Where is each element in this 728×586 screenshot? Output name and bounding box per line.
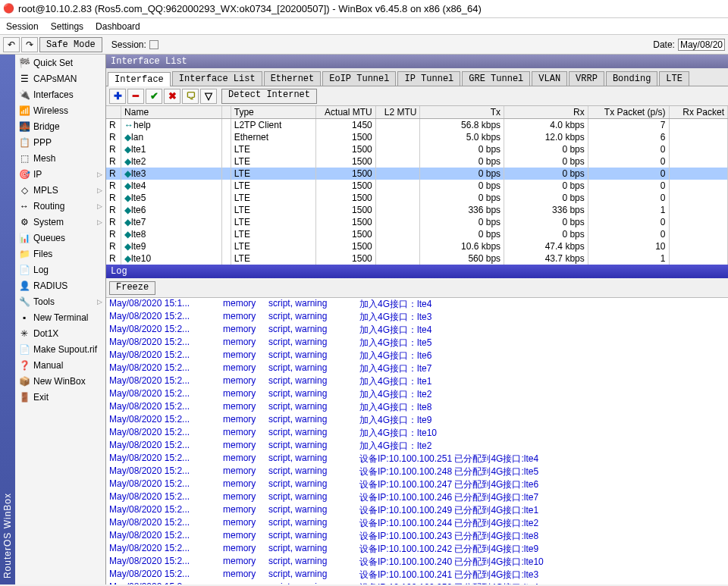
- interface-table: NameTypeActual MTUL2 MTUTxRxTx Packet (p…: [106, 106, 728, 265]
- sidebar-item-radius[interactable]: 👤RADIUS: [15, 277, 105, 293]
- sidebar-item-ip[interactable]: 🎯IP▷: [15, 166, 105, 182]
- sidebar-item-wireless[interactable]: 📶Wireless: [15, 102, 105, 118]
- tab-bonding[interactable]: Bonding: [606, 71, 657, 86]
- sidebar-icon: 📁: [18, 248, 30, 260]
- col-header[interactable]: Tx: [420, 106, 504, 119]
- sidebar-item-exit[interactable]: 🚪Exit: [15, 389, 105, 405]
- table-row[interactable]: R◆lte7LTE15000 bps0 bps0: [106, 216, 728, 228]
- log-body[interactable]: May/08/2020 15:1...memoryscript, warning…: [106, 298, 728, 584]
- date-section: Date: May/08/20: [653, 39, 725, 51]
- col-header[interactable]: Rx: [504, 106, 588, 119]
- table-row[interactable]: R◆lte9LTE150010.6 kbps47.4 kbps10: [106, 240, 728, 252]
- tab-interface-list[interactable]: Interface List: [172, 71, 262, 86]
- remove-button[interactable]: ━: [127, 89, 144, 104]
- col-header[interactable]: Type: [231, 106, 315, 119]
- sidebar-item-interfaces[interactable]: 🔌Interfaces: [15, 86, 105, 102]
- sidebar-item-tools[interactable]: 🔧Tools▷: [15, 293, 105, 309]
- comment-button[interactable]: 🗨: [182, 89, 199, 104]
- filter-button[interactable]: ▽: [200, 89, 217, 104]
- redo-button[interactable]: ↷: [21, 37, 38, 52]
- sidebar-item-system[interactable]: ⚙System▷: [15, 214, 105, 230]
- log-line: May/08/2020 15:2...memoryscript, warning…: [109, 427, 725, 440]
- sidebar-icon: ☰: [18, 73, 30, 85]
- sidebar-item-bridge[interactable]: 🌉Bridge: [15, 118, 105, 134]
- sidebar-item-mpls[interactable]: ◇MPLS▷: [15, 182, 105, 198]
- tab-ethernet[interactable]: Ethernet: [264, 71, 322, 86]
- table-row[interactable]: R◆lanEthernet15005.0 kbps12.0 kbps6: [106, 131, 728, 143]
- detect-internet-button[interactable]: Detect Internet: [221, 89, 317, 104]
- expand-icon: ▷: [97, 186, 102, 194]
- log-line: May/08/2020 15:2...memoryscript, warning…: [109, 478, 725, 491]
- log-line: May/08/2020 15:2...memoryscript, warning…: [109, 362, 725, 375]
- enable-button[interactable]: ✔: [146, 89, 162, 104]
- sidebar-item-make-supout.rif[interactable]: 📄Make Supout.rif: [15, 341, 105, 357]
- sidebar-icon: 📶: [18, 105, 30, 117]
- col-header[interactable]: [106, 106, 121, 119]
- menu-session[interactable]: Session: [6, 21, 39, 32]
- sidebar-item-new-terminal[interactable]: ▪New Terminal: [15, 309, 105, 325]
- sidebar-icon: 📦: [18, 375, 30, 387]
- session-checkbox[interactable]: [149, 40, 158, 49]
- table-row[interactable]: R◆lte2LTE15000 bps0 bps0: [106, 155, 728, 168]
- brand-text: RouterOS WinBox: [2, 493, 13, 578]
- interface-table-wrap[interactable]: NameTypeActual MTUL2 MTUTxRxTx Packet (p…: [106, 106, 728, 265]
- log-line: May/08/2020 15:2...memoryscript, warning…: [109, 569, 725, 581]
- table-row[interactable]: R◆lte1LTE15000 bps0 bps0: [106, 143, 728, 155]
- session-label: Session:: [111, 39, 158, 50]
- log-line: May/08/2020 15:2...memoryscript, warning…: [109, 375, 725, 388]
- table-row[interactable]: R◆lte8LTE15000 bps0 bps0: [106, 228, 728, 240]
- table-row[interactable]: R↔helpL2TP Client145056.8 kbps4.0 kbps7: [106, 119, 728, 132]
- brand-strip: RouterOS WinBox: [0, 55, 15, 584]
- sidebar-item-label: Wireless: [33, 105, 68, 116]
- menu-dashboard[interactable]: Dashboard: [96, 21, 140, 32]
- tab-interface[interactable]: Interface: [108, 72, 171, 86]
- tab-vlan[interactable]: VLAN: [532, 71, 567, 86]
- tab-eoip-tunnel[interactable]: EoIP Tunnel: [322, 71, 396, 86]
- add-button[interactable]: ✚: [109, 89, 126, 104]
- sidebar-item-dot1x[interactable]: ✳Dot1X: [15, 325, 105, 341]
- sidebar-icon: ❓: [18, 359, 30, 371]
- expand-icon: ▷: [97, 218, 102, 226]
- sidebar-item-log[interactable]: 📄Log: [15, 262, 105, 277]
- col-header[interactable]: Rx Packet: [669, 106, 727, 119]
- sidebar-icon: 🌉: [18, 121, 30, 133]
- table-row[interactable]: R◆lte3LTE15000 bps0 bps0: [106, 168, 728, 180]
- col-header[interactable]: L2 MTU: [375, 106, 420, 119]
- disable-button[interactable]: ✖: [164, 89, 180, 104]
- undo-button[interactable]: ↶: [3, 37, 20, 52]
- sidebar-item-mesh[interactable]: ⬚Mesh: [15, 150, 105, 166]
- app-icon: 🔴: [3, 3, 15, 15]
- sidebar-item-label: Manual: [33, 360, 63, 371]
- safe-mode-button[interactable]: Safe Mode: [39, 37, 102, 52]
- col-header[interactable]: [222, 106, 231, 119]
- tab-ip-tunnel[interactable]: IP Tunnel: [397, 71, 460, 86]
- sidebar-item-capsman[interactable]: ☰CAPsMAN: [15, 71, 105, 86]
- sidebar-item-queues[interactable]: 📊Queues: [15, 230, 105, 246]
- sidebar-item-label: Tools: [33, 296, 55, 307]
- sidebar-item-ppp[interactable]: 📋PPP: [15, 134, 105, 150]
- expand-icon: ▷: [97, 202, 102, 210]
- sidebar-item-label: System: [33, 217, 64, 227]
- col-header[interactable]: Tx Packet (p/s): [588, 106, 669, 119]
- table-row[interactable]: R◆lte10LTE1500560 bps43.7 kbps1: [106, 252, 728, 265]
- sidebar-item-routing[interactable]: ↔Routing▷: [15, 198, 105, 214]
- col-header[interactable]: Actual MTU: [316, 106, 376, 119]
- table-row[interactable]: R◆lte6LTE1500336 bps336 bps1: [106, 204, 728, 216]
- sidebar-icon: ▪: [18, 312, 30, 324]
- menu-settings[interactable]: Settings: [51, 21, 83, 32]
- sidebar-item-files[interactable]: 📁Files: [15, 246, 105, 262]
- sidebar-item-label: Quick Set: [33, 58, 73, 68]
- log-line: May/08/2020 15:2...memoryscript, warning…: [109, 337, 725, 349]
- tab-gre-tunnel[interactable]: GRE Tunnel: [462, 71, 530, 86]
- sidebar-item-manual[interactable]: ❓Manual: [15, 357, 105, 373]
- log-line: May/08/2020 15:2...memoryscript, warning…: [109, 465, 725, 478]
- tab-lte[interactable]: LTE: [659, 71, 689, 86]
- sidebar-item-label: PPP: [33, 137, 52, 148]
- freeze-button[interactable]: Freeze: [109, 281, 155, 295]
- table-row[interactable]: R◆lte5LTE15000 bps0 bps0: [106, 192, 728, 204]
- tab-vrrp[interactable]: VRRP: [569, 71, 604, 86]
- sidebar-item-new-winbox[interactable]: 📦New WinBox: [15, 373, 105, 389]
- table-row[interactable]: R◆lte4LTE15000 bps0 bps0: [106, 180, 728, 192]
- col-header[interactable]: Name: [121, 106, 222, 119]
- sidebar-item-quick-set[interactable]: 🏁Quick Set: [15, 55, 105, 71]
